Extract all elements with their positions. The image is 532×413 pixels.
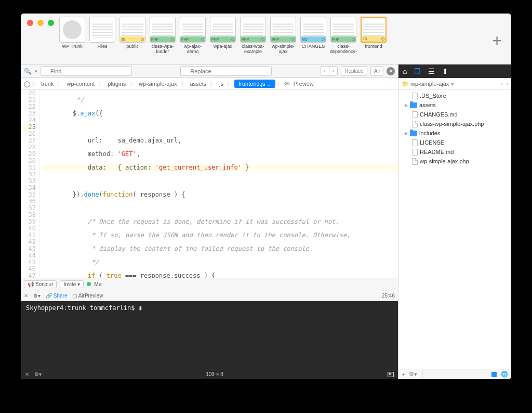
crumb-item[interactable]: assets bbox=[188, 80, 209, 88]
invite-button[interactable]: Invite▾ bbox=[60, 280, 84, 288]
close-icon[interactable] bbox=[27, 20, 33, 26]
file-item[interactable]: class-wp-simple-ajax.php bbox=[398, 119, 511, 128]
tab-label: class-wpa-example bbox=[239, 44, 267, 55]
preview-icon[interactable]: 👁 bbox=[284, 81, 290, 87]
time-label: 25:46 bbox=[382, 293, 395, 299]
crumb-item[interactable]: js bbox=[217, 80, 225, 88]
tab-frontend[interactable]: JSfrontend bbox=[360, 17, 388, 55]
collab-status-bar: 📢Bonjour Invite▾ Me bbox=[21, 278, 398, 290]
file-item[interactable]: CHANGES.md bbox=[398, 110, 511, 119]
file-item[interactable]: README.md bbox=[398, 147, 511, 157]
file-crumb: 📁 wp-simple-ajax ▾ ‹› bbox=[398, 78, 511, 90]
preview-toolbar: ✕ ⚙▾ 🔗 Share ▢ AirPreview 25:46 bbox=[21, 290, 398, 301]
file-item[interactable]: LICENSE bbox=[398, 138, 511, 147]
tab-changes[interactable]: MDCHANGES bbox=[299, 17, 327, 55]
terminal-expand-icon[interactable] bbox=[388, 372, 394, 377]
presence-icon bbox=[87, 282, 91, 286]
file-tree[interactable]: .DS_Store ▶assets CHANGES.md class-wp-si… bbox=[398, 90, 511, 369]
terminal[interactable]: Skyhopper4:trunk tommcfarlin$ ▮ bbox=[21, 301, 398, 369]
add-line-button[interactable]: +≡ bbox=[390, 81, 395, 87]
app-window: WP Trunk Files JSpublic PHPclass-wpa-loa… bbox=[21, 14, 511, 379]
bonjour-button[interactable]: 📢Bonjour bbox=[24, 280, 57, 288]
gear-icon[interactable]: ⚙▾ bbox=[409, 371, 417, 378]
tab-wp-trunk[interactable]: WP Trunk bbox=[58, 17, 86, 55]
terminal-status-bar: ✕ ⚙▾ 109 × 8 bbox=[21, 369, 398, 379]
crumb-item-current[interactable]: frontend.js ⌄ bbox=[234, 80, 275, 88]
home-icon[interactable]: ⌂ bbox=[403, 67, 407, 75]
back-button[interactable]: ‹ bbox=[501, 81, 503, 87]
close-terminal-button[interactable]: ✕ bbox=[25, 371, 29, 377]
tab-label: Files bbox=[97, 44, 107, 55]
tab-public[interactable]: JSpublic bbox=[118, 17, 147, 55]
terminal-size-label: 109 × 8 bbox=[47, 371, 382, 377]
editor-pane: 🔍▾ ✱ ✱ ‹› Replace All ✕ ◯〉 trunk〉 wp-con… bbox=[21, 64, 398, 379]
terminal-prompt: Skyhopper4:trunk tommcfarlin$ bbox=[26, 304, 139, 312]
tab-label: wp-ajax-demo bbox=[179, 44, 207, 55]
minimize-icon[interactable] bbox=[37, 20, 44, 26]
code-content[interactable]: */ $.ajax({ url: sa_demo.ajax_url, metho… bbox=[39, 90, 398, 278]
cursor-icon: ▮ bbox=[139, 304, 142, 312]
replace-all-button[interactable]: All bbox=[370, 66, 383, 76]
replace-button[interactable]: Replace bbox=[341, 66, 367, 76]
folder-icon: 📁 bbox=[402, 81, 409, 87]
forward-button[interactable]: › bbox=[506, 81, 508, 87]
window-controls bbox=[27, 20, 54, 26]
code-editor[interactable]: 2021222324252627282930313233343536373839… bbox=[21, 90, 398, 278]
globe-icon[interactable]: 🌐 bbox=[501, 371, 508, 378]
airpreview-toggle[interactable]: ▢ AirPreview bbox=[72, 293, 103, 299]
file-browser-pane: ⌂ ❐ ☰ ⬆ 📁 wp-simple-ajax ▾ ‹› .DS_Store … bbox=[398, 64, 511, 379]
crumb-item[interactable]: wp-content bbox=[64, 80, 97, 88]
tab-label: CHANGES bbox=[302, 44, 325, 55]
crumb-item[interactable]: trunk bbox=[39, 80, 56, 88]
tab-wpa-ajax[interactable]: PHPwpa-ajax bbox=[209, 17, 237, 55]
sidebar-footer: + ⚙▾ 🌐 bbox=[398, 369, 511, 379]
sidebar-toolbar: ⌂ ❐ ☰ ⬆ bbox=[398, 64, 511, 78]
zoom-icon[interactable] bbox=[48, 20, 54, 26]
me-label: Me bbox=[94, 281, 101, 287]
tab-wp-simple-ajax[interactable]: PHPwp-simple-ajax bbox=[269, 17, 297, 55]
close-findbar-button[interactable]: ✕ bbox=[387, 67, 395, 75]
document-icon[interactable]: ☰ bbox=[428, 67, 435, 75]
find-prev-button[interactable]: ‹ bbox=[321, 66, 329, 76]
folder-item[interactable]: ▶assets bbox=[398, 100, 511, 110]
breadcrumb: ◯〉 trunk〉 wp-content〉 plugins〉 wp-simple… bbox=[21, 78, 398, 90]
tab-label: wpa-ajax bbox=[214, 44, 232, 55]
crumb-item[interactable]: plugins bbox=[105, 80, 128, 88]
crumb-preview[interactable]: Preview bbox=[291, 80, 316, 88]
tab-files[interactable]: Files bbox=[88, 17, 116, 55]
symbols-icon[interactable]: ◯ bbox=[24, 81, 30, 87]
replace-input[interactable] bbox=[180, 66, 272, 76]
upload-icon[interactable]: ⬆ bbox=[442, 67, 448, 75]
tab-label: wp-simple-ajax bbox=[269, 44, 297, 55]
tab-label: WP Trunk bbox=[62, 44, 82, 55]
folder-item[interactable]: ▶includes bbox=[398, 128, 511, 138]
new-tab-button[interactable]: + bbox=[492, 31, 502, 50]
tab-label: class-wpa-loader bbox=[149, 44, 177, 55]
view-mode-icon[interactable] bbox=[491, 372, 497, 377]
gear-icon[interactable]: ⚙▾ bbox=[33, 293, 41, 299]
line-gutter: 2021222324252627282930313233343536373839… bbox=[21, 90, 39, 278]
search-icon[interactable]: 🔍 bbox=[24, 68, 32, 75]
tab-strip: WP Trunk Files JSpublic PHPclass-wpa-loa… bbox=[21, 14, 511, 64]
tab-label: class-dependency- bbox=[329, 44, 357, 55]
folder-name[interactable]: wp-simple-ajax bbox=[411, 81, 449, 87]
tab-wp-ajax-demo[interactable]: PHPwp-ajax-demo bbox=[179, 17, 207, 55]
tab-class-dependency[interactable]: PHPclass-dependency- bbox=[329, 17, 357, 55]
wordpress-icon bbox=[63, 20, 82, 39]
terminal-gear-icon[interactable]: ⚙▾ bbox=[34, 371, 42, 377]
file-item[interactable]: .DS_Store bbox=[398, 91, 511, 100]
close-button[interactable]: ✕ bbox=[24, 293, 28, 299]
tab-class-wpa-loader[interactable]: PHPclass-wpa-loader bbox=[149, 17, 177, 55]
find-input[interactable] bbox=[41, 66, 132, 76]
share-button[interactable]: 🔗 Share bbox=[46, 293, 67, 299]
add-button[interactable]: + bbox=[402, 371, 405, 378]
find-bar: 🔍▾ ✱ ✱ ‹› Replace All ✕ bbox=[21, 64, 398, 78]
find-next-button[interactable]: › bbox=[329, 66, 338, 76]
tab-label: frontend bbox=[365, 44, 382, 55]
crumb-item[interactable]: wp-simple-ajax bbox=[137, 80, 179, 88]
file-item[interactable]: wp-simple-ajax.php bbox=[398, 157, 511, 166]
tab-class-wpa-example[interactable]: PHPclass-wpa-example bbox=[239, 17, 267, 55]
tab-label: public bbox=[126, 44, 139, 55]
files-icon[interactable]: ❐ bbox=[414, 67, 421, 75]
